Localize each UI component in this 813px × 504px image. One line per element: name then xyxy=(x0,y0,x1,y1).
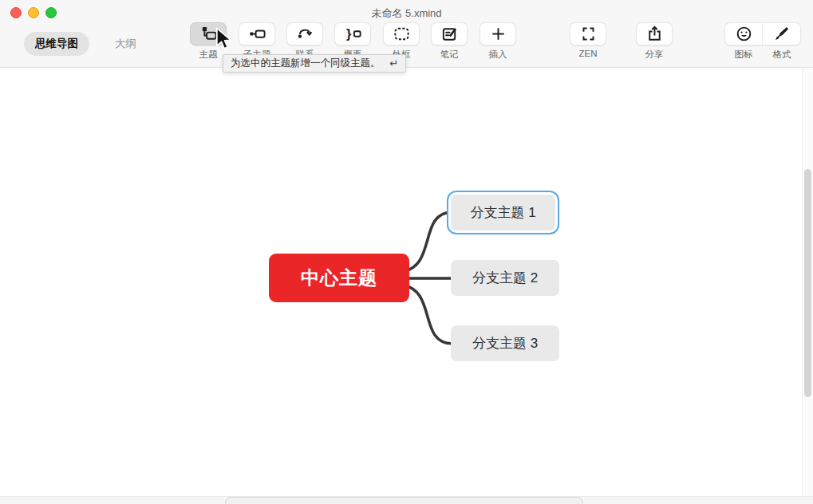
toolbar-item-format: 格式 xyxy=(763,22,801,61)
summary-button[interactable]: } xyxy=(334,22,371,45)
share-icon xyxy=(645,25,664,43)
subtopic-button[interactable] xyxy=(239,22,275,45)
mindmap-canvas[interactable]: 中心主题 分支主题 1 分支主题 2 分支主题 3 xyxy=(0,67,813,504)
tab-mindmap[interactable]: 思维导图 xyxy=(24,32,89,56)
tooltip: 为选中的主题新增一个同级主题。 ↵ xyxy=(223,54,406,73)
insert-button[interactable] xyxy=(480,22,516,45)
share-button[interactable] xyxy=(636,22,673,45)
central-topic[interactable]: 中心主题 xyxy=(269,254,409,302)
view-tabs: 思维导图 大纲 xyxy=(24,32,148,56)
relationship-icon xyxy=(296,25,314,43)
toolbar-item-insert: 插入 xyxy=(480,22,516,61)
toolbar-button-label: 插入 xyxy=(489,49,507,61)
tooltip-text: 为选中的主题新增一个同级主题。 xyxy=(231,57,381,70)
note-button[interactable] xyxy=(431,22,468,45)
vertical-scrollbar-thumb[interactable] xyxy=(804,169,811,397)
branch-topic-2[interactable]: 分支主题 2 xyxy=(451,260,559,296)
subtopic-icon xyxy=(248,25,266,43)
toolbar-button-label: 格式 xyxy=(773,49,791,61)
format-button[interactable] xyxy=(763,22,801,45)
boundary-icon xyxy=(393,25,411,43)
relationship-button[interactable] xyxy=(286,22,323,45)
toolbar-button-label: 图标 xyxy=(735,49,753,61)
toolbar-item-zen: ZEN xyxy=(570,22,606,58)
mouse-cursor-icon xyxy=(215,27,232,51)
smiley-icon xyxy=(735,25,753,43)
branch-topic-1-selected[interactable]: 分支主题 1 xyxy=(451,195,555,230)
return-key-icon: ↵ xyxy=(390,57,399,69)
toolbar-item-icons: 图标 xyxy=(724,22,763,61)
toolbar-item-share: 分享 xyxy=(636,22,673,61)
bottom-dock-panel[interactable] xyxy=(225,497,583,504)
toolbar-button-label: 分享 xyxy=(645,49,664,61)
summary-icon: } xyxy=(344,25,362,43)
zen-button[interactable] xyxy=(570,22,606,45)
zen-brackets-icon xyxy=(579,25,598,43)
note-icon xyxy=(440,25,459,43)
toolbar: 未命名 5.xmind 思维导图 大纲 主题 xyxy=(0,0,813,68)
tab-outline[interactable]: 大纲 xyxy=(104,32,148,56)
window-title: 未命名 5.xmind xyxy=(0,6,813,21)
branch-topic-3[interactable]: 分支主题 3 xyxy=(451,325,559,361)
toolbar-button-label: ZEN xyxy=(579,49,598,58)
toolbar-item-note: 笔记 xyxy=(431,22,468,61)
xmind-window: 未命名 5.xmind 思维导图 大纲 主题 xyxy=(0,0,813,504)
svg-text:}: } xyxy=(345,26,351,41)
paintbrush-icon xyxy=(772,25,791,43)
icons-button[interactable] xyxy=(724,22,763,45)
boundary-button[interactable] xyxy=(383,22,420,45)
plus-icon xyxy=(489,25,507,43)
toolbar-button-label: 笔记 xyxy=(440,49,459,61)
